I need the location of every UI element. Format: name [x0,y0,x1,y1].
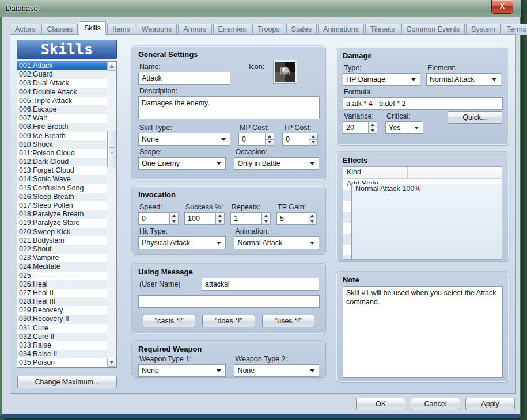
spin-up-button[interactable] [265,133,274,139]
quick-button[interactable]: Quick... [448,111,502,124]
close-button[interactable]: X [491,0,513,14]
tp-gain-input[interactable] [276,212,308,225]
list-item[interactable]: 015:Confusion Song [17,184,107,193]
list-item[interactable]: 004:Double Attack [17,88,107,97]
element-dropdown[interactable]: Normal Attack [426,73,501,86]
tab[interactable]: System [466,24,501,35]
list-item[interactable]: 024:Meditate [17,262,107,271]
ok-button[interactable]: OK [356,398,405,410]
speed-stepper[interactable] [138,212,179,225]
tp-cost-stepper[interactable] [282,133,318,146]
tp-gain-stepper[interactable] [276,212,317,225]
message-preset-button[interactable]: "does *!" [202,315,255,327]
list-item[interactable]: 034:Raise II [17,350,107,358]
list-item[interactable]: 006:Escape [17,105,107,114]
list-item[interactable]: 032:Cure II [17,333,107,341]
hit-type-dropdown[interactable]: Physical Attack [138,236,226,249]
tab[interactable]: Tilesets [365,24,400,35]
table-row[interactable]: Add State Normal Attack 100% [343,179,502,190]
spin-down-button[interactable] [368,128,377,135]
name-input[interactable] [138,72,230,85]
list-item[interactable]: 019:Paralyze Stare [17,219,107,227]
list-item[interactable]: 007:Wait [17,114,107,123]
critical-dropdown[interactable]: Yes [385,121,423,134]
message-preset-button[interactable]: "uses *!" [262,315,314,327]
skill-type-dropdown[interactable]: None [138,133,230,146]
spin-up-button[interactable] [308,212,317,219]
list-item[interactable]: 026:Heal [17,280,107,289]
tab[interactable]: Animations [318,24,364,35]
list-item[interactable]: 028:Heal III [17,297,107,306]
message-line1-input[interactable] [202,278,319,291]
list-item[interactable]: 017:Sleep Pollen [17,201,107,210]
tp-cost-input[interactable] [282,133,309,146]
list-item[interactable]: 009:Ice Breath [17,132,107,140]
description-input[interactable]: Damages the enemy. [138,96,320,119]
spin-down-button[interactable] [309,139,318,146]
message-preset-button[interactable]: "casts *!" [143,315,195,327]
list-item[interactable]: 023:Vampire [17,254,107,262]
skill-icon-button[interactable] [274,60,297,83]
tab[interactable]: Troops [252,24,285,35]
spin-up-button[interactable] [169,212,179,219]
tab[interactable]: Classes [41,24,77,35]
list-item[interactable]: 016:Sleep Breath [17,193,107,201]
tab[interactable]: States [286,24,317,35]
weapon-type2-dropdown[interactable]: None [234,364,319,377]
spin-down-button[interactable] [265,139,274,146]
change-maximum-button[interactable]: Change Maximum... [17,376,117,388]
success-stepper[interactable] [184,212,225,225]
spin-up-button[interactable] [261,212,271,219]
column-header[interactable]: Kind [343,167,408,178]
tab[interactable]: Skills [79,21,106,35]
list-item[interactable]: 021:Bodyslam [17,236,107,245]
spin-down-button[interactable] [308,219,317,226]
tab[interactable]: Items [107,24,135,35]
weapon-type1-dropdown[interactable]: None [138,364,226,377]
list-item[interactable]: 001:Attack [17,62,107,70]
scroll-down-button[interactable] [107,358,116,367]
spin-down-button[interactable] [215,219,225,226]
list-item[interactable]: 030:Recovery II [17,315,107,323]
list-item[interactable]: 033:Raise [17,341,107,350]
message-line2-input[interactable] [138,295,320,308]
tab[interactable]: Actors [10,24,40,35]
apply-button[interactable]: Apply [465,398,515,410]
skills-list-scrollbar[interactable] [107,62,116,367]
list-item[interactable]: 014:Sonic Wave [17,175,107,184]
list-item[interactable]: 027:Heal II [17,289,107,297]
mp-cost-input[interactable] [238,133,265,146]
titlebar[interactable]: Database X [0,0,521,17]
mp-cost-stepper[interactable] [238,133,274,146]
scroll-up-button[interactable] [107,62,116,71]
scope-dropdown[interactable]: One Enemy [138,157,226,170]
speed-input[interactable] [138,212,169,225]
spin-down-button[interactable] [261,219,271,226]
damage-type-dropdown[interactable]: HP Damage [343,73,420,86]
list-item[interactable]: 022:Shout [17,245,107,254]
list-item[interactable]: 003:Dual Attack [17,79,107,87]
list-item[interactable]: 008:Fire Breath [17,123,107,131]
note-input[interactable]: Skill #1 will be used when you select th… [343,286,503,378]
list-item[interactable]: 013:Forget Cloud [17,166,107,175]
spin-up-button[interactable] [309,133,318,139]
list-item[interactable]: 012:Dark Cloud [17,158,107,166]
tab[interactable]: Enemies [213,24,252,35]
list-item[interactable]: 029:Recovery [17,306,107,315]
repeats-input[interactable] [230,212,261,225]
list-item[interactable]: 025:-------------------- [17,272,107,280]
tab[interactable]: Common Events [401,24,465,35]
animation-dropdown[interactable]: Normal Attack [234,236,319,249]
spin-down-button[interactable] [169,219,179,226]
variance-input[interactable] [343,121,368,134]
list-item[interactable]: 031:Cure [17,324,107,333]
tab[interactable]: Terms [502,24,527,35]
repeats-stepper[interactable] [230,212,271,225]
list-item[interactable]: 018:Paralyze Breath [17,210,107,219]
effects-table[interactable]: Kind Content Add State Normal Attack 100… [343,166,502,260]
list-item[interactable]: 002:Guard [17,70,107,79]
spin-up-button[interactable] [215,212,225,219]
list-item[interactable]: 035:Poison [17,358,107,367]
success-input[interactable] [184,212,215,225]
list-item[interactable]: 011:Poison Cloud [17,149,107,158]
